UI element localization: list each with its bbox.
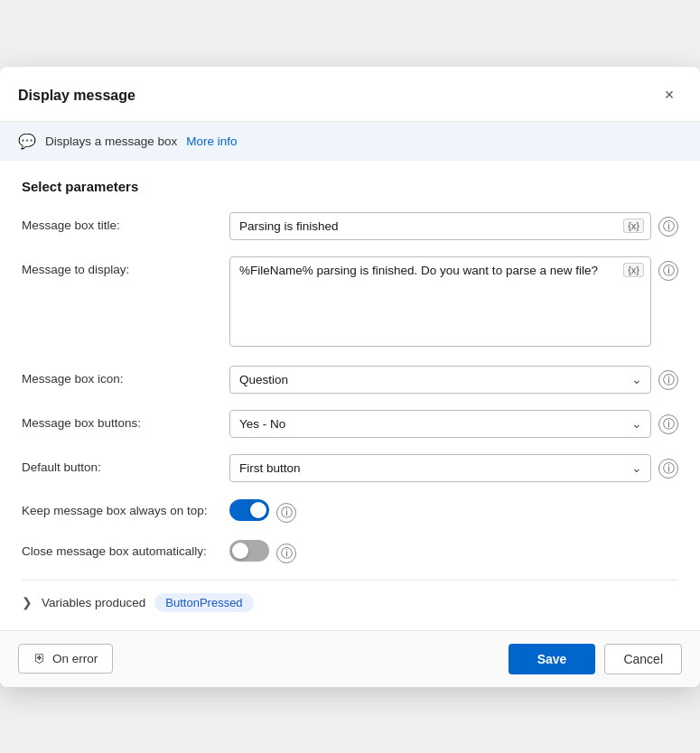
keep-on-top-label: Keep message box always on top: [22,504,229,517]
dialog-header: Display message × [0,67,700,122]
message-box-title-wrap: {x} ⓘ [229,212,678,240]
keep-on-top-toggle[interactable] [229,499,269,521]
keep-on-top-info-icon[interactable]: ⓘ [276,503,296,523]
variables-label: Variables produced [42,596,145,609]
default-button-label: Default button: [22,454,229,474]
message-box-buttons-wrap: Yes - No OK OK - Cancel Abort - Retry - … [229,410,678,438]
save-button[interactable]: Save [509,644,596,674]
variable-chip-buttonpressed: ButtonPressed [154,593,253,612]
message-box-title-input[interactable] [229,212,651,240]
message-box-buttons-select-wrap: Yes - No OK OK - Cancel Abort - Retry - … [229,410,651,438]
footer-actions: Save Cancel [509,644,682,674]
default-button-select[interactable]: First button Second button Third button [229,454,651,482]
message-to-display-info-icon[interactable]: ⓘ [658,261,678,281]
default-button-info-icon[interactable]: ⓘ [658,459,678,479]
dialog-footer: ⛨ On error Save Cancel [0,630,700,687]
message-to-display-label: Message to display: [22,256,229,276]
variables-row: ❯ Variables produced ButtonPressed [22,580,678,621]
default-button-wrap: First button Second button Third button … [229,454,678,482]
message-box-title-row: Message box title: {x} ⓘ [22,212,678,240]
message-box-icon-info-icon[interactable]: ⓘ [658,370,678,390]
message-to-display-wrap: %FileName% parsing is finished. Do you w… [229,256,678,349]
shield-icon: ⛨ [33,652,46,665]
section-title: Select parameters [22,179,678,194]
message-to-display-input[interactable]: %FileName% parsing is finished. Do you w… [229,256,651,347]
keep-on-top-row: Keep message box always on top: ⓘ [22,498,678,523]
message-box-icon-wrap: Question None Information Warning Error … [229,366,678,394]
close-auto-thumb [232,543,248,559]
close-auto-label: Close message box automatically: [22,544,229,558]
message-box-icon-label: Message box icon: [22,366,229,386]
dialog-container: Display message × 💬 Displays a message b… [0,67,700,687]
info-banner: 💬 Displays a message box More info [0,122,700,161]
keep-on-top-thumb [250,502,266,518]
close-auto-wrap: ⓘ [229,539,678,563]
keep-on-top-wrap: ⓘ [229,498,678,523]
message-box-title-info-icon[interactable]: ⓘ [658,217,678,237]
chat-icon: 💬 [18,133,36,150]
message-box-title-label: Message box title: [22,212,229,232]
cancel-button[interactable]: Cancel [604,644,682,674]
message-to-display-row: Message to display: %FileName% parsing i… [22,256,678,349]
message-box-buttons-info-icon[interactable]: ⓘ [658,414,678,434]
close-auto-row: Close message box automatically: ⓘ [22,539,678,563]
dialog-title: Display message [18,88,135,104]
close-auto-info-icon[interactable]: ⓘ [276,544,296,563]
message-box-icon-row: Message box icon: Question None Informat… [22,366,678,394]
on-error-label: On error [52,652,98,665]
message-box-buttons-label: Message box buttons: [22,410,229,430]
message-box-buttons-row: Message box buttons: Yes - No OK OK - Ca… [22,410,678,438]
default-button-row: Default button: First button Second butt… [22,454,678,482]
close-auto-toggle[interactable] [229,540,269,562]
dialog-body: Select parameters Message box title: {x}… [0,161,700,630]
message-box-title-input-wrap: {x} [229,212,651,240]
close-button[interactable]: × [657,83,682,108]
banner-description: Displays a message box [45,135,177,148]
message-box-icon-select-wrap: Question None Information Warning Error … [229,366,651,394]
message-to-display-input-wrap: %FileName% parsing is finished. Do you w… [229,256,651,349]
default-button-select-wrap: First button Second button Third button … [229,454,651,482]
on-error-button[interactable]: ⛨ On error [18,644,113,674]
more-info-link[interactable]: More info [186,135,237,148]
variables-chevron-icon[interactable]: ❯ [22,595,33,609]
message-box-icon-select[interactable]: Question None Information Warning Error [229,366,651,394]
message-box-buttons-select[interactable]: Yes - No OK OK - Cancel Abort - Retry - … [229,410,651,438]
